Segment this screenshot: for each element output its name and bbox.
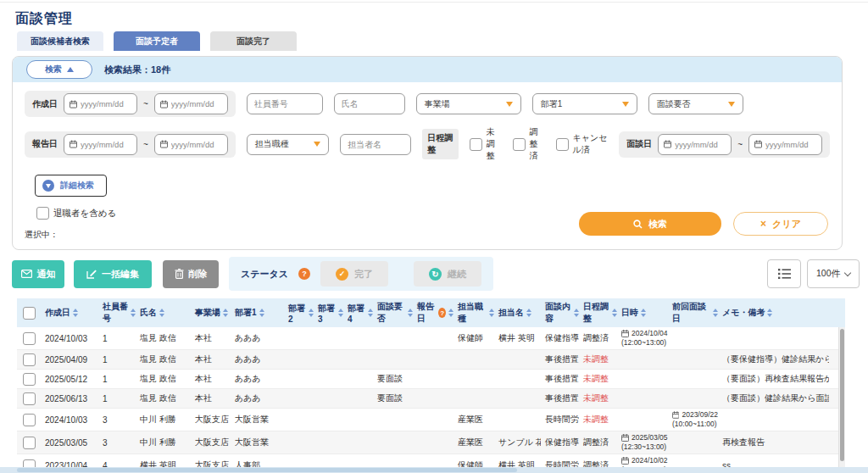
list-view-button[interactable] (767, 259, 801, 288)
cell-staff: サンプル 花子 (494, 437, 541, 448)
checkbox[interactable] (556, 138, 569, 151)
page-title: 面談管理 (15, 10, 73, 28)
page-size-select[interactable]: 100件 (807, 259, 860, 288)
schedule-option-adjusted[interactable]: 調整済 (513, 126, 545, 162)
sort-icon[interactable] (767, 309, 772, 317)
interview-date-from-field[interactable] (658, 134, 732, 155)
check-circle-icon: ✓ (336, 268, 348, 281)
column-header-prev[interactable]: 前回面談日 (668, 301, 718, 325)
interview-date-to-input[interactable] (765, 140, 816, 149)
chevron-down-icon (728, 102, 735, 107)
scrollbar-thumb[interactable] (840, 329, 844, 461)
report-date-from-input[interactable] (81, 140, 131, 149)
interview-date-from-input[interactable] (675, 140, 726, 149)
cell-dept1: あああ (231, 353, 284, 365)
horizontal-scrollbar[interactable] (0, 467, 868, 473)
help-icon[interactable]: ? (298, 268, 310, 280)
column-header-created[interactable]: 作成日 (41, 307, 98, 319)
interview-date-to-field[interactable] (748, 134, 822, 155)
created-date-to-input[interactable] (171, 99, 222, 109)
detail-search-button[interactable]: 詳細検索 (35, 175, 107, 197)
table-row[interactable]: 2025/05/121塩見 政信本社あああ要面談事後措置未調整（要面談）再検査結… (17, 370, 845, 389)
created-date-to-field[interactable] (154, 93, 228, 114)
sort-icon[interactable] (159, 309, 164, 317)
staff-role-select[interactable]: 担当職種 (247, 134, 329, 155)
column-header-schedule[interactable]: 日程調整 (579, 301, 617, 325)
vertical-scrollbar[interactable] (838, 327, 845, 471)
column-header-dept3[interactable]: 部署3 (314, 303, 343, 324)
schedule-option-unadjusted[interactable]: 未調整 (470, 126, 502, 162)
row-checkbox[interactable] (23, 414, 36, 426)
search-collapse-button[interactable]: 検索 (26, 60, 92, 79)
tab-scheduled[interactable]: 面談予定者 (114, 31, 200, 51)
chevron-down-icon (622, 102, 629, 107)
office-select[interactable]: 事業場 (416, 93, 521, 114)
column-header-memo[interactable]: メモ・備考 (718, 307, 829, 319)
report-date-to-input[interactable] (171, 140, 222, 149)
row-checkbox[interactable] (23, 353, 36, 366)
edit-icon (86, 269, 97, 279)
sort-icon[interactable] (223, 309, 228, 317)
continue-button[interactable]: ↻ 継続 (414, 261, 481, 287)
sort-icon[interactable] (641, 309, 646, 317)
row-checkbox[interactable] (23, 392, 36, 405)
cell-office: 本社 (191, 392, 231, 404)
sort-icon[interactable] (259, 309, 264, 317)
column-label: 事業場 (195, 307, 220, 319)
cell-time: (10:00~11:00) (672, 420, 718, 429)
column-header-office[interactable]: 事業場 (191, 307, 231, 319)
tab-candidate-search[interactable]: 面談候補者検索 (17, 31, 103, 51)
row-checkbox[interactable] (23, 437, 36, 449)
select-all-checkbox[interactable] (23, 307, 36, 320)
interview-need-select[interactable]: 面談要否 (648, 93, 743, 114)
date-separator: ~ (143, 140, 148, 149)
tab-bar: 面談候補者検索 面談予定者 面談完了 (17, 31, 297, 51)
search-button[interactable]: 検索 (579, 212, 721, 236)
dept1-select[interactable]: 部署1 (532, 93, 637, 114)
name-input[interactable] (334, 93, 405, 114)
row-checkbox[interactable] (23, 332, 36, 345)
search-panel-footer: 選択中： 検索 × クリア (25, 212, 828, 241)
checkbox[interactable] (470, 138, 482, 151)
cell-dept1: 大阪営業 (231, 414, 284, 426)
column-header-dept4[interactable]: 部署4 (343, 303, 373, 324)
employee-no-input[interactable] (247, 93, 323, 114)
bulk-edit-label: 一括編集 (102, 268, 139, 281)
created-date-from-field[interactable] (64, 93, 137, 114)
table-row[interactable]: 2025/04/091塩見 政信本社あああ事後措置未調整（要保健指導）健診結果か… (17, 350, 845, 370)
table-row[interactable]: 2024/10/031塩見 政信本社あああ保健師横井 英明保健指導調整済2024… (17, 327, 845, 350)
clear-button[interactable]: × クリア (733, 212, 828, 236)
sort-icon[interactable] (73, 309, 78, 317)
sort-icon[interactable] (526, 309, 531, 317)
column-header-needed[interactable]: 面談要否 (373, 301, 413, 325)
row-checkbox-cell (17, 392, 41, 405)
report-date-from-field[interactable] (64, 134, 137, 155)
row-checkbox-cell (17, 332, 41, 345)
checkbox[interactable] (513, 138, 526, 151)
scrollbar-thumb[interactable] (17, 468, 517, 472)
search-row-2: 報告日 ~ 担当職種 日程調整 (25, 126, 830, 162)
column-header-emp_no[interactable]: 社員番号 (98, 301, 136, 325)
column-header-role[interactable]: 担当職種 (453, 301, 494, 325)
delete-button[interactable]: 削除 (163, 260, 219, 288)
tab-completed[interactable]: 面談完了 (210, 31, 297, 51)
table-row[interactable]: 2025/06/131塩見 政信本社あああ要面談事後措置未調整（要面談）健診結果… (17, 389, 845, 409)
column-header-dept2[interactable]: 部署2 (284, 303, 314, 324)
notify-button[interactable]: 通知 (12, 260, 64, 288)
row-checkbox[interactable] (23, 373, 36, 386)
complete-button[interactable]: ✓ 完了 (320, 261, 388, 287)
column-header-staff[interactable]: 担当名 (494, 307, 541, 319)
column-header-name[interactable]: 氏名 (136, 307, 191, 319)
schedule-option-cancelled[interactable]: キャンセル済 (556, 132, 609, 156)
column-header-dept1[interactable]: 部署1 (231, 307, 284, 319)
column-header-content[interactable]: 面談内容 (541, 301, 579, 325)
column-header-report[interactable]: 報告日? (413, 301, 453, 325)
created-date-from-input[interactable] (81, 99, 131, 109)
table-row[interactable]: 2025/03/053中川 利勝大阪支店大阪営業産業医サンプル 花子保健指導調整… (17, 431, 845, 454)
bulk-edit-button[interactable]: 一括編集 (74, 260, 152, 288)
report-date-to-field[interactable] (154, 134, 228, 155)
staff-name-input[interactable] (340, 134, 411, 155)
help-icon[interactable]: ? (438, 308, 446, 318)
column-header-datetime[interactable]: 日時 (617, 307, 668, 319)
table-row[interactable]: 2024/10/033中川 利勝大阪支店大阪営業産業医長時間労働未調整2023/… (17, 409, 845, 431)
